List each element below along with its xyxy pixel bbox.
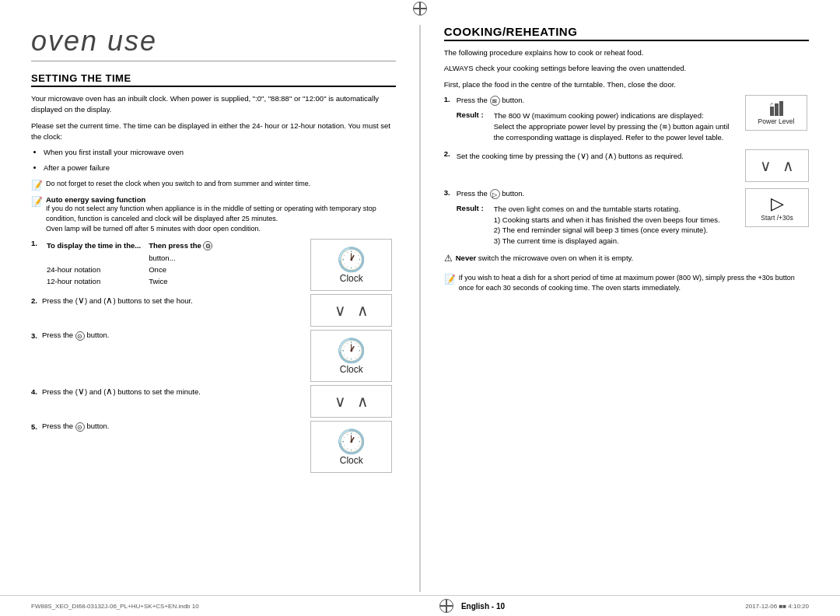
- power-icon-group: ↗: [768, 100, 784, 117]
- arrow-up-icon-1: ∧: [357, 301, 369, 320]
- step-1-table: To display the time in the... Then press…: [42, 239, 217, 288]
- svg-text:↗: ↗: [769, 102, 773, 107]
- svg-rect-0: [770, 107, 774, 116]
- step-3-right: 🕐 Clock: [310, 330, 396, 382]
- step-4-num: 4.: [31, 387, 39, 396]
- intro-text-1: Your microwave oven has an inbuilt clock…: [31, 93, 396, 116]
- right-step-3-body: Press the ▷ button. Result : The oven li…: [457, 188, 809, 247]
- step-5-row: 5. Press the ⊙ button. 🕐 Clock: [31, 421, 396, 473]
- arrow-button-1[interactable]: ∨ ∧: [310, 294, 392, 327]
- step-2-text: Press the (∨) and (∧) buttons to set the…: [42, 294, 304, 307]
- step-4-left: 4. Press the (∨) and (∧) buttons to set …: [31, 385, 304, 398]
- step-3-left: 3. Press the ⊙ button.: [31, 330, 304, 341]
- clock-label-3: Clock: [340, 455, 363, 466]
- setting-time-heading: SETTING THE TIME: [31, 72, 396, 87]
- bullet-list: When you first install your microwave ov…: [44, 147, 396, 174]
- step-2-right: ∨ ∧: [310, 294, 396, 327]
- step-5-num: 5.: [31, 422, 39, 431]
- step-1-row2-col1: 12-hour notation: [44, 276, 144, 286]
- page-title: oven use: [31, 25, 396, 61]
- result-1-text-1: The 800 W (maximum cooking power) indica…: [494, 110, 740, 121]
- right-intro-3: First, place the food in the centre of t…: [444, 79, 809, 90]
- footer-left: FW88S_XEO_DI68-03132J-06_PL+HU+SK+CS+EN.…: [31, 603, 199, 610]
- right-step-3-num: 3.: [444, 188, 452, 197]
- step-1-col2b: button...: [145, 253, 215, 263]
- power-level-button[interactable]: ↗ Power Level: [745, 95, 807, 131]
- result-2-text-1: The oven light comes on and the turntabl…: [494, 204, 720, 215]
- step-4-text: Press the (∨) and (∧) buttons to set the…: [42, 385, 304, 398]
- result-1-label: Result :: [457, 110, 491, 119]
- column-divider: [419, 25, 421, 592]
- step-2-row: 2. Press the (∨) and (∧) buttons to set …: [31, 294, 396, 327]
- note-text-1: Do not forget to reset the clock when yo…: [46, 179, 310, 189]
- step1-btn-icon: ⊙: [203, 241, 212, 250]
- footer-right: 2017-12-06 ■■ 4:10:20: [745, 603, 809, 610]
- result-2-text-2-1: 1) Cooking starts and when it has finish…: [494, 215, 720, 226]
- right-step-1-body: Press the ≋ button. Result : The 800 W (…: [457, 95, 809, 143]
- step-1-col2b-row: button...: [44, 253, 215, 263]
- right-step-3-text: Press the ▷ button.: [457, 188, 740, 199]
- auto-energy-box: 📝 Auto energy saving function If you do …: [31, 195, 396, 234]
- footer: FW88S_XEO_DI68-03132J-06_PL+HU+SK+CS+EN.…: [0, 595, 840, 616]
- right-step-1-text: Press the ≋ button.: [457, 95, 740, 106]
- step-5-right: 🕐 Clock: [310, 421, 396, 473]
- footer-center: English - 10: [461, 602, 505, 611]
- top-bar: [0, 0, 840, 17]
- arrow-down-icon-2: ∨: [334, 392, 346, 411]
- clock-label-2: Clock: [340, 364, 363, 375]
- result-2-text-2-2: 2) The end reminder signal will beep 3 t…: [494, 225, 720, 236]
- clock-icon-3: 🕐: [337, 428, 366, 455]
- clock-icon-2: 🕐: [337, 337, 366, 364]
- step-1-num: 1.: [31, 239, 39, 247]
- result-1-text-2: Select the appropriate power level by pr…: [494, 121, 740, 143]
- never-warning: ⚠ Never switch the microwave oven on whe…: [444, 253, 809, 268]
- auto-energy-heading: Auto energy saving function: [46, 195, 396, 204]
- arrow-up-icon-2: ∧: [357, 392, 369, 411]
- step-1-content: 1. To display the time in the... Then pr…: [31, 239, 304, 291]
- result-2-row: Result : The oven light comes on and the…: [457, 204, 740, 247]
- arrow-down-icon-1: ∨: [334, 301, 346, 320]
- note-box-1: 📝 Do not forget to reset the clock when …: [31, 179, 396, 191]
- note-icon-1: 📝: [31, 180, 43, 191]
- clock-button-3[interactable]: 🕐 Clock: [310, 421, 392, 473]
- step-1-col1-header: To display the time in the...: [44, 240, 144, 251]
- right-step-1-num: 1.: [444, 95, 452, 103]
- step-5-left: 5. Press the ⊙ button.: [31, 421, 304, 432]
- intro-text-2: Please set the current time. The time ca…: [31, 121, 396, 143]
- auto-energy-text-1: If you do not select any function when a…: [46, 204, 396, 224]
- step-1-table-wrap: To display the time in the... Then press…: [42, 239, 217, 291]
- start-icon: ▷: [771, 194, 784, 214]
- clock-button-1[interactable]: 🕐 Clock: [310, 239, 392, 291]
- step-3-row: 3. Press the ⊙ button. 🕐 Clock: [31, 330, 396, 382]
- top-crosshair-icon: [413, 2, 427, 16]
- step-3-text: Press the ⊙ button.: [42, 330, 304, 341]
- info-note: 📝 If you wish to heat a dish for a short…: [444, 273, 809, 293]
- page: oven use SETTING THE TIME Your microwave…: [0, 0, 840, 616]
- step-4-right: ∨ ∧: [310, 385, 396, 418]
- right-intro-2: ALWAYS check your cooking settings befor…: [444, 63, 809, 74]
- auto-energy-text-2: Oven lamp will be turned off after 5 min…: [46, 224, 396, 234]
- step-1-row2-col2: Twice: [145, 276, 215, 286]
- power-btn-icon: ≋: [490, 96, 500, 106]
- right-step-2-num: 2.: [444, 149, 452, 158]
- step-1-row1-col2: Once: [145, 264, 215, 275]
- clock-label-1: Clock: [340, 273, 363, 284]
- power-level-label: Power Level: [758, 117, 795, 125]
- auto-energy-content: Auto energy saving function If you do no…: [46, 195, 396, 234]
- right-step-2-body: Set the cooking time by pressing the (∨)…: [457, 149, 809, 182]
- left-column: oven use SETTING THE TIME Your microwave…: [31, 25, 396, 592]
- bullet-item-1: When you first install your microwave ov…: [44, 147, 396, 158]
- right-arrow-button[interactable]: ∨ ∧: [745, 149, 809, 182]
- arrow-button-2[interactable]: ∨ ∧: [310, 385, 392, 418]
- svg-rect-1: [775, 103, 779, 116]
- right-step-2: 2. Set the cooking time by pressing the …: [444, 149, 809, 182]
- clock-button-2[interactable]: 🕐 Clock: [310, 330, 392, 382]
- right-intro-1: The following procedure explains how to …: [444, 47, 809, 58]
- start-button[interactable]: ▷ Start /+30s: [745, 188, 809, 227]
- step-2-left: 2. Press the (∨) and (∧) buttons to set …: [31, 294, 304, 307]
- start-btn-icon: ▷: [490, 189, 500, 199]
- step-3-num: 3.: [31, 331, 39, 340]
- info-note-icon: 📝: [444, 274, 456, 285]
- bullet-item-2: After a power failure: [44, 163, 396, 173]
- svg-rect-2: [779, 101, 783, 116]
